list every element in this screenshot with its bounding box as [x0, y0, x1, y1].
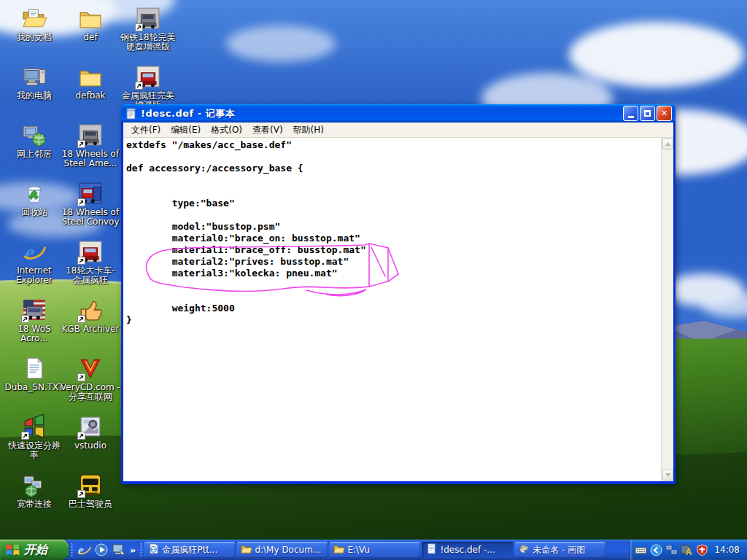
menu-file[interactable]: 文件(F) [126, 122, 166, 138]
shortcut-arrow-icon [21, 432, 29, 440]
task-buttons: 金属疯狂Ptt...d:\My Docum...E:\Vu!desc.def -… [144, 542, 630, 558]
truck-gray-icon [78, 122, 103, 147]
windows-logo-icon [5, 542, 20, 557]
svg-text:e: e [25, 240, 34, 264]
icon-label: VeryCD.com -分享互联网 [50, 383, 131, 402]
truck-flag-icon [22, 298, 47, 322]
desktop-icon-metal-madness-enhanced[interactable]: 金属疯狂完美增强版 [120, 64, 177, 110]
clock[interactable]: 14:08 [714, 545, 740, 555]
system-tray: A 14:08 [630, 540, 747, 560]
shortcut-arrow-icon [77, 140, 85, 148]
editor-area[interactable]: extdefs "/makes/acc_base.def" def access… [123, 138, 673, 481]
truck-red-icon [136, 64, 160, 89]
launch-internet-explorer[interactable]: e [77, 542, 91, 557]
shortcut-arrow-icon [77, 257, 85, 265]
notepad-icon [125, 108, 137, 120]
folderopen16-icon [241, 543, 252, 556]
task-button-e-vu-folder[interactable]: E:\Vu [330, 542, 420, 558]
show-desktop[interactable] [112, 542, 126, 557]
desktop: 我的文档我的电脑网上邻居回收站eInternetExplorer18 WoSAc… [0, 0, 747, 560]
taskbar: 开始 e » 金属疯狂Ptt...d:\My Docum...E:\Vu!des… [0, 540, 747, 560]
desktop-icon-screen-resolution[interactable]: 快速设定分辨率 [6, 414, 63, 460]
quick-launch: e [75, 542, 128, 557]
keyboard-indicator-icon[interactable] [635, 544, 647, 556]
minimize-button[interactable] [623, 106, 638, 121]
desktop-icon-18-truck-metal[interactable]: 18轮大卡车-金属疯狂 [62, 239, 119, 285]
icon-label: vstudio [50, 441, 131, 451]
folder-icon [78, 64, 103, 89]
svg-text:A: A [686, 547, 692, 556]
shortcut-arrow-icon [21, 315, 29, 323]
taskbar-separator [139, 542, 143, 558]
icon-label: 钢铁18轮完美硬盘增强版 [107, 33, 189, 52]
menu-help[interactable]: 帮助(H) [288, 122, 329, 138]
htmldoc16-icon [148, 543, 159, 556]
desktop-icon-verycd[interactable]: VeryCD.com -分享互联网 [62, 356, 119, 402]
menu-format[interactable]: 格式(O) [206, 122, 247, 138]
folder-doc-icon [22, 6, 47, 31]
start-button[interactable]: 开始 [0, 540, 69, 560]
icon-label: KGB Archiver [50, 324, 131, 334]
maximize-button[interactable] [640, 106, 655, 121]
task-button-desc-def-notepad[interactable]: !desc.def -... [422, 542, 513, 558]
thumbs-icon [78, 298, 103, 322]
titlebar[interactable]: !desc.def - 记事本 ✕ [121, 104, 676, 122]
down-arrow-icon [665, 473, 671, 477]
verycd-icon [78, 356, 103, 381]
up-arrow-icon [665, 142, 671, 146]
menu-bar: 文件(F)编辑(E)格式(O)查看(V)帮助(H) [123, 122, 673, 138]
txt-icon [22, 356, 47, 381]
close-button[interactable]: ✕ [657, 106, 672, 121]
task-label: 金属疯狂Ptt... [162, 544, 217, 556]
scroll-up-button[interactable] [662, 139, 673, 149]
task-button-untitled-paint[interactable]: 未命名 - 画图 [515, 542, 605, 558]
vertical-scrollbar[interactable] [661, 138, 673, 481]
desktop-icon-bus-driver[interactable]: 巴士驾驶员 [62, 472, 119, 509]
chevron-icon[interactable]: » [130, 545, 136, 556]
paint16-icon [519, 543, 530, 556]
desktop-icon-18-wheels-convoy[interactable]: 18 Wheels ofSteel Convoy [62, 181, 119, 227]
folderopen16-icon [333, 543, 344, 556]
desktop-icon-18-wos-acro[interactable]: 18 WoSAcro... [6, 298, 63, 343]
icon-label: 18轮大卡车-金属疯狂 [50, 266, 131, 285]
task-label: E:\Vu [347, 545, 370, 555]
icon-label: 巴士驾驶员 [50, 499, 131, 509]
network-status-icon[interactable] [665, 544, 678, 556]
desktop-icon-18-wheels-ame[interactable]: 18 Wheels ofSteel Ame... [62, 122, 119, 168]
input-method-icon[interactable]: A [681, 544, 693, 556]
desktop-icon-kgb-archiver[interactable]: KGB Archiver [62, 298, 119, 334]
shortcut-arrow-icon [77, 432, 85, 440]
shortcut-arrow-icon [77, 198, 85, 206]
folder-icon [78, 6, 103, 31]
scroll-down-button[interactable] [662, 470, 673, 481]
task-button-metal-madness-ptt[interactable]: 金属疯狂Ptt... [144, 542, 235, 558]
computer-icon [22, 64, 47, 89]
task-label: d:\My Docum... [255, 545, 321, 555]
desktop-icon-vstudio[interactable]: vstudio [62, 414, 119, 451]
svg-text:e: e [78, 543, 84, 557]
icon-label: 18 Wheels ofSteel Convoy [50, 208, 131, 227]
antivirus-shield-icon[interactable] [696, 544, 708, 556]
colors-icon [22, 414, 47, 439]
window-title: !desc.def - 记事本 [141, 107, 619, 120]
shortcut-arrow-icon [135, 23, 143, 31]
notepad16-icon [426, 543, 437, 556]
taskbar-separator [70, 542, 74, 558]
collapse-tray-icon[interactable] [650, 544, 662, 556]
desktop-icon-steel-18-enhanced[interactable]: 钢铁18轮完美硬盘增强版 [120, 6, 177, 52]
menu-edit[interactable]: 编辑(E) [166, 122, 206, 138]
truck-red-icon [78, 239, 103, 264]
truck-gray-icon [136, 6, 160, 31]
truck-blue-icon [78, 181, 103, 206]
ie-icon: e [22, 239, 47, 264]
broadband-icon [22, 472, 47, 497]
shortcut-arrow-icon [77, 373, 85, 381]
editor-text: extdefs "/makes/acc_base.def" def access… [123, 138, 673, 326]
launch-media-player[interactable] [94, 542, 109, 557]
notepad-window: !desc.def - 记事本 ✕ 文件(F)编辑(E)格式(O)查看(V)帮助… [121, 104, 676, 484]
shortcut-arrow-icon [77, 315, 85, 323]
vstudio-icon [78, 414, 103, 439]
network-icon [22, 122, 47, 147]
task-button-my-documents-folder[interactable]: d:\My Docum... [237, 542, 328, 558]
menu-view[interactable]: 查看(V) [247, 122, 288, 138]
